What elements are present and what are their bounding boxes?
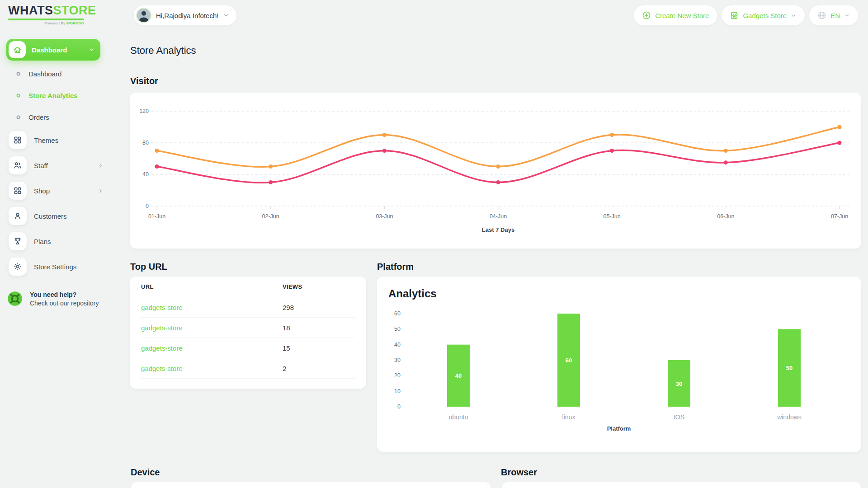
chevron-down-icon <box>791 13 797 19</box>
column-header-url: URL <box>141 283 283 290</box>
sidebar-item-label: Shop <box>34 187 90 195</box>
table-row: gadgets-store 18 <box>141 318 355 338</box>
svg-text:Last 7 Days: Last 7 Days <box>482 226 514 233</box>
svg-text:0: 0 <box>146 203 149 209</box>
header-actions: Create New Store Gadgets Store EN <box>634 5 858 25</box>
sidebar-item-plans[interactable]: Plans <box>9 229 104 254</box>
url-link[interactable]: gadgets-store <box>141 324 283 332</box>
sidebar-item-label: Customers <box>34 212 104 220</box>
svg-text:02-Jun: 02-Jun <box>262 213 279 220</box>
url-link[interactable]: gadgets-store <box>141 304 283 311</box>
sidebar-item-label: Dashboard <box>28 70 61 78</box>
svg-text:windows: windows <box>777 413 802 421</box>
sidebar-item-label: Plans <box>34 238 104 245</box>
plus-circle-icon <box>642 11 651 20</box>
views-value: 15 <box>283 344 355 352</box>
visitor-section-heading: Visitor <box>130 76 158 86</box>
svg-text:120: 120 <box>139 108 149 114</box>
avatar <box>136 8 151 23</box>
language-label: EN <box>830 12 840 19</box>
top-url-table: URL VIEWS gadgets-store 298 gadgets-stor… <box>130 277 366 379</box>
visitor-chart-card: 0408012001-Jun02-Jun03-Jun04-Jun05-Jun06… <box>130 93 861 249</box>
sidebar-item-label: Staff <box>34 162 90 169</box>
svg-text:07-Jun: 07-Jun <box>831 213 848 220</box>
sidebar-item-themes[interactable]: Themes <box>9 127 104 153</box>
sidebar: Dashboard Dashboard Store Analytics Orde… <box>5 0 107 488</box>
browser-section-heading: Browser <box>501 467 537 478</box>
table-row: gadgets-store 2 <box>141 358 355 379</box>
bullet-icon <box>16 72 20 76</box>
store-selector-label: Gadgets Store <box>743 12 787 19</box>
people-icon <box>9 156 27 174</box>
page-title: Store Analytics <box>130 45 196 56</box>
platform-chart-card: Analytics 010203040506040ubuntu60linux30… <box>377 277 861 452</box>
platform-section-heading: Platform <box>377 262 414 272</box>
help-title: You need help? <box>30 291 99 298</box>
platform-bar-chart: 010203040506040ubuntu60linux30IOS50windo… <box>377 277 861 452</box>
sidebar-item-dashboard-group[interactable]: Dashboard <box>6 39 100 61</box>
svg-text:60: 60 <box>394 310 401 317</box>
chevron-down-icon <box>844 13 850 19</box>
create-new-store-label: Create New Store <box>655 12 709 19</box>
top-url-table-card: URL VIEWS gadgets-store 298 gadgets-stor… <box>130 277 366 389</box>
chevron-down-icon <box>223 12 229 19</box>
gear-icon <box>9 258 27 276</box>
sidebar-group-label: Dashboard <box>32 46 89 54</box>
language-selector-button[interactable]: EN <box>809 5 858 25</box>
svg-text:20: 20 <box>394 372 401 379</box>
svg-text:linux: linux <box>562 413 576 421</box>
column-header-views: VIEWS <box>283 283 355 290</box>
sidebar-item-label: Orders <box>28 113 49 121</box>
svg-text:50: 50 <box>786 365 793 371</box>
sidebar-item-dashboard[interactable]: Dashboard <box>10 66 100 82</box>
url-link[interactable]: gadgets-store <box>141 344 283 352</box>
svg-text:IOS: IOS <box>674 413 684 421</box>
svg-text:10: 10 <box>394 388 401 394</box>
views-value: 2 <box>283 365 355 372</box>
help-link[interactable]: You need help? Check out our repository <box>6 290 101 307</box>
svg-text:80: 80 <box>142 140 149 146</box>
svg-text:06-Jun: 06-Jun <box>717 213 734 220</box>
views-value: 298 <box>283 304 355 311</box>
browser-chart-card <box>502 482 861 488</box>
svg-text:40: 40 <box>142 171 149 178</box>
sidebar-item-orders[interactable]: Orders <box>10 109 100 125</box>
svg-text:04-Jun: 04-Jun <box>490 213 507 220</box>
table-row: gadgets-store 15 <box>141 338 355 358</box>
sidebar-item-customers[interactable]: Customers <box>9 203 104 229</box>
chevron-right-icon <box>98 163 104 169</box>
svg-text:0: 0 <box>397 404 401 410</box>
person-icon <box>9 207 27 225</box>
home-icon <box>9 41 26 58</box>
create-new-store-button[interactable]: Create New Store <box>634 5 717 25</box>
svg-text:03-Jun: 03-Jun <box>376 213 393 220</box>
svg-text:05-Jun: 05-Jun <box>604 213 621 220</box>
sidebar-item-label: Store Analytics <box>28 92 78 99</box>
globe-icon <box>817 11 826 20</box>
chevron-right-icon <box>98 188 104 194</box>
svg-text:40: 40 <box>455 372 462 379</box>
table-header-row: URL VIEWS <box>141 277 355 297</box>
sidebar-item-shop[interactable]: Shop <box>9 178 104 203</box>
svg-text:50: 50 <box>394 326 401 332</box>
bullet-icon <box>16 94 20 98</box>
help-subtitle: Check out our repository <box>30 300 99 307</box>
table-row: gadgets-store 298 <box>141 297 355 318</box>
url-link[interactable]: gadgets-store <box>141 365 283 372</box>
sidebar-item-store-analytics[interactable]: Store Analytics <box>10 87 100 103</box>
svg-text:01-Jun: 01-Jun <box>148 213 165 220</box>
device-chart-card <box>131 482 491 488</box>
top-url-section-heading: Top URL <box>130 262 167 272</box>
sidebar-item-staff[interactable]: Staff <box>9 153 104 178</box>
sidebar-item-label: Store Settings <box>34 263 104 271</box>
sidebar-item-store-settings[interactable]: Store Settings <box>9 254 104 279</box>
svg-text:Platform: Platform <box>607 425 631 432</box>
sidebar-item-label: Themes <box>34 136 104 144</box>
chevron-down-icon <box>89 47 95 53</box>
user-greeting: Hi,Rajodiya Infotech! <box>156 12 218 19</box>
store-selector-button[interactable]: Gadgets Store <box>722 5 805 25</box>
lifebuoy-icon <box>6 290 24 307</box>
trophy-icon <box>9 232 27 250</box>
user-menu-button[interactable]: Hi,Rajodiya Infotech! <box>134 5 236 25</box>
grid-icon <box>9 182 27 200</box>
